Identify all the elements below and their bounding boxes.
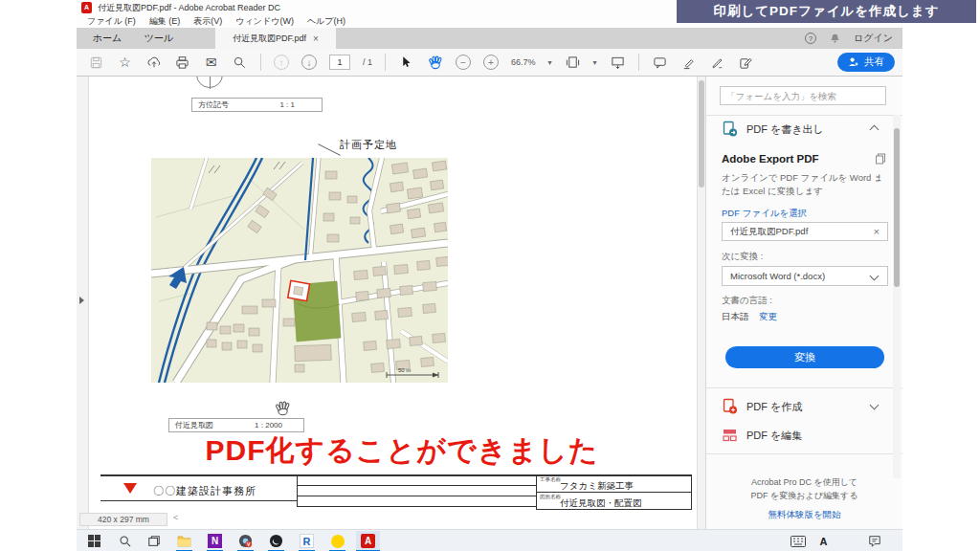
search-input[interactable] [720, 86, 886, 105]
map-scalebar-text: 50 m [398, 367, 411, 373]
yellow-app-icon[interactable] [329, 533, 345, 549]
planned-site-plot [288, 280, 310, 300]
document-scrollbar-thumb[interactable] [699, 80, 704, 187]
format-value: Microsoft Word (*.docx) [730, 271, 825, 281]
export-pdf-icon [722, 121, 738, 137]
page-number-input[interactable]: 1 [329, 55, 350, 70]
taskbar-search-icon[interactable] [117, 533, 133, 549]
print-icon[interactable] [174, 55, 190, 71]
zoom-in-icon[interactable]: + [483, 55, 499, 70]
select-cursor-icon[interactable] [398, 55, 414, 71]
fit-caret-icon[interactable]: ▾ [593, 58, 597, 67]
edit-pdf-section[interactable]: PDF を編集 [706, 423, 902, 448]
highlight-icon[interactable] [680, 55, 697, 71]
export-panel-title: Adobe Export PDF [722, 153, 819, 165]
notification-icon[interactable] [866, 533, 882, 549]
document-scrollbar[interactable] [697, 77, 705, 529]
create-pdf-icon [722, 398, 738, 414]
save-icon[interactable] [88, 55, 104, 71]
create-pdf-label: PDF を作成 [746, 400, 802, 414]
convert-button[interactable]: 変換 [725, 346, 884, 368]
zoom-caret-icon[interactable]: ▾ [548, 58, 552, 67]
comment-icon[interactable] [652, 55, 668, 71]
convert-to-label: 次に変換 : [722, 251, 764, 263]
hand-cursor [275, 400, 291, 416]
status-collapse-icon[interactable]: < [173, 513, 178, 522]
company-logo [123, 483, 137, 494]
project-name-label: 工事名称 [540, 476, 561, 483]
search-icon[interactable] [232, 55, 248, 71]
promo-line-1: Acrobat Pro DC を使用して [706, 476, 902, 490]
task-view-icon[interactable] [145, 533, 162, 549]
project-name-value: フタカミ新築工事 [560, 480, 634, 493]
main-area: 方位記号 1 : 1 計画予定地 [77, 77, 902, 529]
toolbar: ☆ ✉ ↑ ↓ 1 / 1 − + 66.7% ▾ ▾ 共有 [77, 49, 902, 77]
export-pdf-section[interactable]: PDF を書き出し [706, 117, 902, 142]
doc-language-label: 文書の言語 : [722, 295, 772, 307]
browser-icon[interactable]: V [237, 533, 254, 549]
selected-file-name: 付近見取図PDF.pdf [730, 226, 808, 238]
keyboard-icon[interactable] [790, 533, 806, 549]
page-width-icon[interactable] [610, 55, 626, 71]
star-icon[interactable]: ☆ [117, 55, 133, 71]
map-label-text: 付近見取図 [169, 420, 213, 430]
sign-icon[interactable] [709, 55, 725, 71]
start-icon[interactable] [86, 533, 102, 549]
tab-home[interactable]: ホーム [84, 28, 130, 49]
zoom-out-icon[interactable]: − [456, 55, 471, 70]
menu-view[interactable]: 表示(V) [187, 15, 229, 28]
pdf-page[interactable]: 方位記号 1 : 1 計画予定地 [89, 77, 697, 529]
free-trial-link[interactable]: 無料体験版を開始 [706, 509, 902, 521]
chevron-up-icon [870, 125, 880, 135]
onenote-icon[interactable]: N [207, 533, 223, 549]
cloud-upload-icon[interactable] [145, 55, 162, 71]
obs-icon[interactable] [268, 533, 284, 549]
sidebar-scrollbar[interactable] [893, 115, 901, 478]
bell-icon[interactable] [829, 33, 841, 45]
tab-tools[interactable]: ツール [136, 28, 182, 49]
doc-language-value: 日本語 [722, 311, 749, 321]
svg-text:V: V [247, 541, 251, 547]
north-symbol [196, 77, 223, 88]
chevron-down-icon [870, 401, 880, 410]
copy-icon[interactable] [875, 153, 886, 165]
file-explorer-icon[interactable] [176, 533, 192, 549]
doc-language-row: 日本語 変更 [722, 311, 777, 323]
change-language-link[interactable]: 変更 [759, 311, 777, 321]
tab-document[interactable]: 付近見取図PDF.pdf × [215, 28, 336, 49]
tab-close-icon[interactable]: × [313, 33, 319, 44]
zoom-level[interactable]: 66.7% [511, 57, 536, 67]
create-pdf-section[interactable]: PDF を作成 [706, 394, 902, 419]
acrobat-icon[interactable]: A [360, 533, 376, 549]
fit-page-icon[interactable] [565, 55, 581, 71]
fill-sign-icon[interactable] [738, 55, 754, 71]
ime-indicator[interactable]: A [815, 533, 832, 549]
share-button[interactable]: 共有 [837, 53, 895, 72]
menu-help[interactable]: ヘルプ(H) [301, 15, 352, 28]
menu-file[interactable]: ファイル (F) [80, 15, 143, 28]
clear-file-icon[interactable]: × [874, 226, 880, 237]
tutorial-banner: 印刷してPDFファイルを作成します [677, 0, 976, 23]
help-icon[interactable]: ? [805, 33, 816, 44]
email-icon[interactable]: ✉ [203, 55, 219, 71]
export-description: オンラインで PDF ファイルを Word または Excel に変換します [722, 171, 884, 199]
menu-edit[interactable]: 編集 (E) [143, 15, 188, 28]
nav-expand-icon[interactable] [79, 297, 84, 304]
promo-line-2: PDF を変換および編集する [706, 490, 902, 503]
page-up-icon[interactable]: ↑ [274, 55, 289, 70]
format-select[interactable]: Microsoft Word (*.docx) [722, 266, 888, 286]
site-label: 計画予定地 [340, 138, 397, 152]
login-link[interactable]: ログイン [854, 32, 893, 45]
page-size-status: 420 x 297 mm [79, 513, 167, 526]
page-down-icon[interactable]: ↓ [301, 55, 317, 70]
acrobat-window: A 付近見取図PDF.pdf - Adobe Acrobat Reader DC… [77, 0, 902, 551]
selected-file-box[interactable]: 付近見取図PDF.pdf × [722, 222, 888, 241]
hand-tool-icon[interactable] [427, 55, 443, 71]
menu-window[interactable]: ウィンドウ(W) [229, 15, 301, 28]
sidebar-scrollbar-thumb[interactable] [894, 128, 900, 287]
nav-pane-strip[interactable] [77, 77, 89, 529]
tools-sidebar: PDF を書き出し Adobe Export PDF オンラインで PDF ファ… [705, 77, 902, 529]
select-pdf-link[interactable]: PDF ファイルを選択 [722, 208, 807, 220]
r-app-icon[interactable]: R [299, 533, 315, 549]
overlay-caption: PDF化することができました [163, 431, 641, 471]
